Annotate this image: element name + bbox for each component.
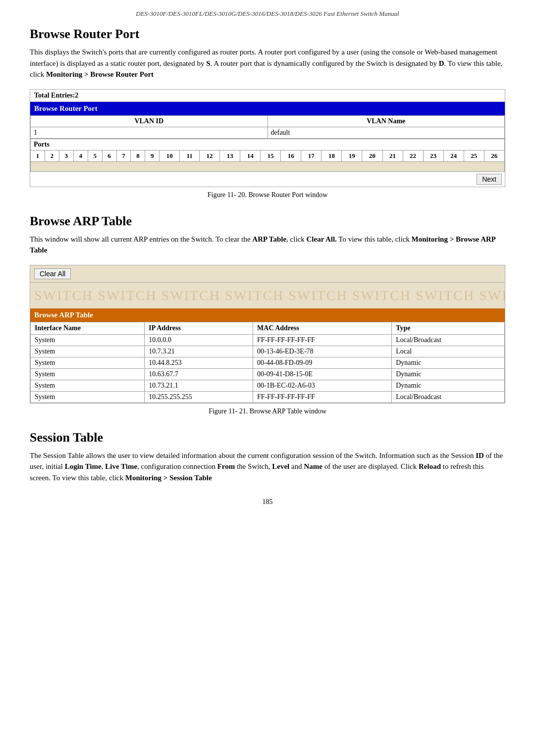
port-number-cell: 22: [403, 150, 423, 161]
arp-figure-caption: Figure 11- 21. Browse ARP Table window: [30, 407, 505, 415]
next-row: Next: [30, 172, 505, 187]
total-entries: Total Entries:2: [30, 90, 505, 102]
arp-cell-type: Dynamic: [392, 380, 505, 391]
arp-cell-interface: System: [31, 368, 145, 380]
arp-cell-ip: 10.255.255.255: [145, 391, 253, 403]
arp-table-row: System10.44.8.25300-44-08-FD-09-09Dynami…: [31, 357, 505, 368]
arp-cell-interface: System: [31, 346, 145, 357]
arp-box: Clear All SWITCH SWITCH SWITCH SWITCH SW…: [30, 265, 505, 403]
arp-cell-ip: 10.44.8.253: [145, 357, 253, 368]
browse-router-port-box: Total Entries:2 Browse Router Port VLAN …: [30, 89, 505, 187]
port-number-cell: 1: [31, 150, 45, 161]
browse-router-port-description: This displays the Switch's ports that ar…: [30, 47, 505, 80]
session-table-heading: Session Table: [30, 430, 505, 445]
col-interface-name: Interface Name: [31, 322, 145, 334]
col-vlan-id: VLAN ID: [31, 115, 268, 127]
router-port-figure-caption: Figure 11- 20. Browse Router Port window: [30, 191, 505, 199]
port-number-cell: 14: [240, 150, 261, 161]
port-number-cell: 7: [116, 150, 131, 161]
arp-cell-type: Dynamic: [392, 357, 505, 368]
vlan-data-row: 1 default: [31, 127, 505, 138]
arp-cell-interface: System: [31, 334, 145, 346]
port-number-cell: 10: [160, 150, 180, 161]
browse-router-port-heading: Browse Router Port: [30, 27, 505, 42]
arp-section-header: Browse ARP Table: [30, 308, 505, 322]
arp-table-row: System10.73.21.100-1B-EC-02-A6-03Dynamic: [31, 380, 505, 391]
router-port-vlan-table: VLAN ID VLAN Name 1 default: [30, 115, 505, 139]
port-number-cell: 16: [281, 150, 301, 161]
arp-cell-mac: 00-09-41-D8-15-0E: [253, 368, 392, 380]
port-number-cell: 8: [131, 150, 145, 161]
next-button[interactable]: Next: [477, 174, 502, 185]
port-number-cell: 20: [362, 150, 382, 161]
col-vlan-name: VLAN Name: [268, 115, 505, 127]
browse-arp-description: This window will show all current ARP en…: [30, 234, 505, 256]
port-number-cell: 23: [423, 150, 443, 161]
arp-cell-interface: System: [31, 391, 145, 403]
arp-toolbar: Clear All: [30, 265, 505, 283]
port-number-cell: 17: [301, 150, 321, 161]
clear-all-button[interactable]: Clear All: [34, 268, 71, 279]
browse-arp-table-section: Browse ARP Table This window will show a…: [30, 214, 505, 415]
page-header: DES-3010F/DES-3010FL/DES-3010G/DES-3016/…: [30, 10, 505, 18]
arp-table-body: System10.0.0.0FF-FF-FF-FF-FF-FFLocal/Bro…: [31, 334, 505, 403]
port-number-cell: 13: [220, 150, 240, 161]
arp-cell-ip: 10.63.67.7: [145, 368, 253, 380]
arp-cell-mac: FF-FF-FF-FF-FF-FF: [253, 391, 392, 403]
arp-cell-mac: 00-44-08-FD-09-09: [253, 357, 392, 368]
router-port-header-row: VLAN ID VLAN Name: [31, 115, 505, 127]
arp-data-table: Interface Name IP Address MAC Address Ty…: [30, 322, 505, 403]
port-number-cell: 25: [464, 150, 484, 161]
port-number-cell: 3: [59, 150, 73, 161]
router-port-section-header: Browse Router Port: [30, 102, 505, 115]
arp-cell-type: Local: [392, 346, 505, 357]
ports-table: Ports 1234567891011121314151617181920212…: [30, 139, 505, 172]
ports-empty-row-1: [31, 161, 505, 171]
arp-table-row: System10.0.0.0FF-FF-FF-FF-FF-FFLocal/Bro…: [31, 334, 505, 346]
port-number-cell: 18: [321, 150, 342, 161]
port-number-cell: 12: [200, 150, 220, 161]
port-number-cell: 5: [88, 150, 102, 161]
ports-label-row: Ports: [31, 139, 505, 150]
arp-table-row: System10.255.255.255FF-FF-FF-FF-FF-FFLoc…: [31, 391, 505, 403]
arp-cell-type: Dynamic: [392, 368, 505, 380]
col-type: Type: [392, 322, 505, 334]
arp-cell-mac: 00-13-46-ED-3E-78: [253, 346, 392, 357]
col-ip-address: IP Address: [145, 322, 253, 334]
port-number-cell: 21: [382, 150, 403, 161]
session-table-description: The Session Table allows the user to vie…: [30, 450, 505, 484]
arp-cell-type: Local/Broadcast: [392, 334, 505, 346]
arp-cell-ip: 10.7.3.21: [145, 346, 253, 357]
arp-cell-mac: 00-1B-EC-02-A6-03: [253, 380, 392, 391]
port-number-cell: 15: [261, 150, 281, 161]
page-number: 185: [30, 498, 505, 506]
arp-cell-ip: 10.0.0.0: [145, 334, 253, 346]
port-number-cell: 19: [342, 150, 362, 161]
arp-cell-type: Local/Broadcast: [392, 391, 505, 403]
port-number-cell: 26: [484, 150, 504, 161]
arp-cell-ip: 10.73.21.1: [145, 380, 253, 391]
session-table-section: Session Table The Session Table allows t…: [30, 430, 505, 484]
arp-table-row: System10.7.3.2100-13-46-ED-3E-78Local: [31, 346, 505, 357]
arp-watermark: SWITCH SWITCH SWITCH SWITCH SWITCH SWITC…: [30, 283, 505, 308]
arp-cell-interface: System: [31, 380, 145, 391]
ports-label: Ports: [31, 139, 505, 150]
port-number-cell: 9: [145, 150, 160, 161]
port-number-cell: 2: [45, 150, 59, 161]
vlan-name-cell: default: [268, 127, 505, 138]
col-mac-address: MAC Address: [253, 322, 392, 334]
port-number-cell: 24: [443, 150, 464, 161]
port-number-cell: 4: [73, 150, 88, 161]
browse-arp-heading: Browse ARP Table: [30, 214, 505, 229]
port-number-cell: 11: [180, 150, 200, 161]
port-number-cell: 6: [102, 150, 116, 161]
arp-cell-mac: FF-FF-FF-FF-FF-FF: [253, 334, 392, 346]
vlan-id-cell: 1: [31, 127, 268, 138]
browse-router-port-section: Browse Router Port This displays the Swi…: [30, 27, 505, 199]
arp-table-row: System10.63.67.700-09-41-D8-15-0EDynamic: [31, 368, 505, 380]
arp-cell-interface: System: [31, 357, 145, 368]
port-numbers-row: 1234567891011121314151617181920212223242…: [31, 150, 505, 161]
arp-header-row: Interface Name IP Address MAC Address Ty…: [31, 322, 505, 334]
